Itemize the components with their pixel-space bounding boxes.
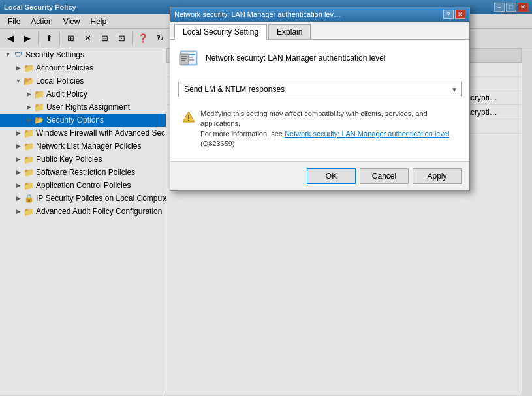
policy-svg-icon (178, 48, 199, 69)
modal-content: Network security: LAN Manager authentica… (170, 40, 469, 161)
modal-titlebar: Network security: LAN Manager authentica… (170, 7, 469, 22)
modal-title: Network security: LAN Manager authentica… (174, 10, 442, 18)
warning-section: ! Modifying this setting may affect comp… (178, 105, 462, 153)
tab-explain[interactable]: Explain (268, 24, 311, 39)
modal-buttons: OK Cancel Apply (170, 161, 469, 190)
modal-tabs: Local Security Setting Explain (170, 22, 469, 40)
modal-close-button[interactable]: ✕ (455, 10, 465, 19)
warning-text-content: Modifying this setting may affect compat… (200, 109, 458, 149)
warning-main-text: Modifying this setting may affect compat… (200, 110, 428, 127)
apply-button[interactable]: Apply (413, 168, 462, 184)
modal-dialog: Network security: LAN Manager authentica… (170, 7, 470, 191)
modal-help-button[interactable]: ? (443, 10, 454, 19)
dropdown-container: Send LM & NTLM responses Send LM & NTLM … (178, 82, 462, 97)
main-window: Local Security Policy – □ ✕ File Action … (0, 0, 532, 396)
policy-image (178, 48, 199, 69)
svg-rect-5 (180, 54, 189, 65)
policy-header: Network security: LAN Manager authentica… (178, 48, 462, 74)
warning-icon: ! (182, 110, 195, 123)
warning-triangle-icon: ! (182, 111, 195, 123)
dropdown-wrapper: Send LM & NTLM responses Send LM & NTLM … (178, 82, 462, 97)
svg-text:!: ! (187, 114, 190, 122)
ok-button[interactable]: OK (307, 168, 356, 184)
modal-policy-name: Network security: LAN Manager authentica… (206, 53, 385, 63)
warning-more-info: For more information, see (200, 130, 285, 138)
cancel-button[interactable]: Cancel (360, 168, 409, 184)
tab-local-security[interactable]: Local Security Setting (174, 24, 267, 40)
warning-link[interactable]: Network security: LAN Manager authentica… (285, 130, 450, 138)
auth-level-dropdown[interactable]: Send LM & NTLM responses Send LM & NTLM … (178, 82, 462, 97)
